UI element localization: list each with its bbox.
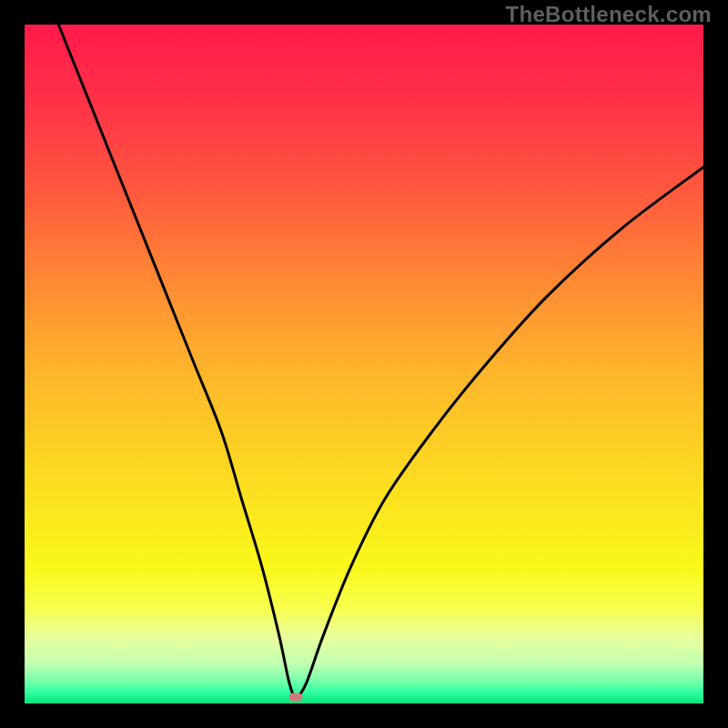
bottleneck-curve [25, 25, 703, 703]
optimal-point-marker [289, 693, 303, 701]
chart-frame: TheBottleneck.com [0, 0, 728, 728]
plot-area [25, 25, 703, 703]
watermark-text: TheBottleneck.com [506, 2, 712, 27]
